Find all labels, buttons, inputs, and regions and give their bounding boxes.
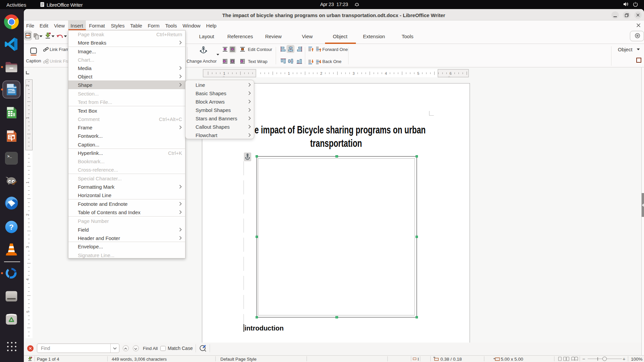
svg-text:1: 1 [26,117,30,119]
svg-text:3: 3 [353,71,355,75]
svg-text:5: 5 [417,71,419,75]
svg-text:6: 6 [449,71,451,75]
svg-text:2: 2 [320,71,322,75]
svg-text:4: 4 [26,279,30,281]
svg-text:4: 4 [385,71,387,75]
svg-text:?: ? [9,223,14,231]
svg-text:3: 3 [26,246,30,248]
svg-text:2: 2 [26,84,30,86]
svg-text:1: 1 [223,71,225,75]
svg-text:5: 5 [26,311,30,313]
svg-text:2: 2 [26,214,30,216]
svg-text:1: 1 [26,181,30,183]
svg-text:>_: >_ [7,155,12,159]
svg-text:1: 1 [288,71,290,75]
